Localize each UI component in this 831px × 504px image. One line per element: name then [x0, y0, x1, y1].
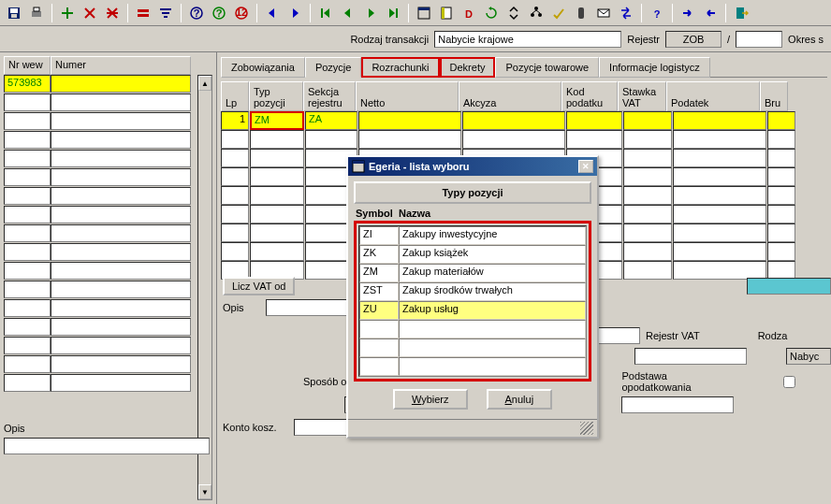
- scroll-down-icon[interactable]: ▼: [198, 484, 211, 499]
- select-button[interactable]: Wybierz: [393, 389, 468, 410]
- opis-input[interactable]: [4, 438, 210, 454]
- cut-icon[interactable]: [102, 3, 123, 23]
- pos-cell[interactable]: [250, 223, 304, 242]
- save-icon[interactable]: [4, 3, 24, 23]
- nabyte-input[interactable]: [786, 348, 831, 365]
- pos-cell[interactable]: [767, 149, 795, 167]
- col-nrwew[interactable]: Nr wew: [4, 56, 51, 75]
- numer-cell[interactable]: [51, 355, 191, 373]
- pos-col[interactable]: Stawka VAT: [618, 81, 666, 111]
- pos-cell[interactable]: [221, 205, 249, 223]
- pos-cell[interactable]: [673, 223, 766, 242]
- pos-col[interactable]: Kod podatku: [561, 81, 618, 111]
- konto-input[interactable]: [294, 419, 350, 436]
- list-item[interactable]: [359, 320, 586, 338]
- nrwew-cell[interactable]: [4, 112, 51, 130]
- pos-cell[interactable]: [566, 130, 622, 149]
- play-icon[interactable]: [360, 3, 381, 23]
- list-item[interactable]: ZMZakup materiałów: [359, 264, 586, 282]
- pos-cell[interactable]: [623, 167, 672, 186]
- pos-cell[interactable]: 1: [221, 111, 249, 130]
- first-icon[interactable]: [315, 3, 336, 23]
- sync-icon[interactable]: [503, 3, 524, 23]
- nrwew-cell[interactable]: [4, 224, 51, 242]
- tree-icon[interactable]: [526, 3, 547, 23]
- fwd-blue-icon[interactable]: [678, 3, 698, 23]
- pos-cell[interactable]: [673, 167, 766, 186]
- pos-cell[interactable]: [767, 167, 795, 186]
- pos-cell[interactable]: [221, 149, 249, 167]
- pos-col[interactable]: Sekcja rejestru: [303, 81, 356, 111]
- pos-cell[interactable]: [623, 130, 672, 149]
- pos-col[interactable]: Typ pozycji: [249, 81, 303, 111]
- pos-cell[interactable]: [358, 130, 461, 149]
- list-item[interactable]: [359, 357, 586, 376]
- pos-cell[interactable]: [767, 242, 795, 261]
- pos-col[interactable]: Netto: [356, 81, 459, 111]
- nrwew-cell[interactable]: [4, 337, 51, 354]
- pos-cell[interactable]: [623, 111, 672, 130]
- swap-icon[interactable]: [616, 3, 636, 23]
- numer-cell[interactable]: [51, 112, 191, 130]
- vat-teal-input[interactable]: [747, 278, 831, 295]
- help2-icon[interactable]: ?: [209, 3, 229, 23]
- numer-cell[interactable]: [51, 187, 191, 205]
- pos-cell[interactable]: [623, 242, 672, 261]
- numer-cell[interactable]: [51, 131, 191, 149]
- nrwew-cell[interactable]: [4, 374, 51, 392]
- exit-icon[interactable]: [731, 3, 751, 23]
- tab-pozycje[interactable]: Pozycje: [305, 57, 362, 78]
- tab-zobowiazania[interactable]: Zobowiązania: [221, 57, 305, 78]
- last-icon[interactable]: [383, 3, 403, 23]
- pos-col[interactable]: Bru: [760, 81, 788, 111]
- tab-informacje[interactable]: Informacje logistycz: [599, 57, 710, 78]
- nav-prev-icon[interactable]: [262, 3, 283, 23]
- pos-cell[interactable]: [250, 167, 304, 186]
- pos-cell[interactable]: [673, 205, 766, 223]
- pos-cell[interactable]: [673, 186, 766, 205]
- list-item[interactable]: ZKZakup książek: [359, 245, 586, 264]
- pos-cell[interactable]: [623, 186, 672, 205]
- about-icon[interactable]: ?: [647, 3, 667, 23]
- pos-col[interactable]: Lp: [221, 81, 249, 111]
- numer-cell[interactable]: [51, 94, 191, 111]
- nrwew-cell[interactable]: [4, 281, 51, 298]
- print-icon[interactable]: [26, 3, 47, 23]
- pos-cell[interactable]: [221, 242, 249, 261]
- pos-cell[interactable]: [221, 223, 249, 242]
- delete-icon[interactable]: [80, 3, 100, 23]
- rodzaj-input[interactable]: [434, 31, 621, 48]
- numer-cell[interactable]: [51, 150, 191, 167]
- numer-cell[interactable]: [51, 243, 191, 261]
- pos-cell[interactable]: [358, 111, 461, 130]
- numer-cell[interactable]: [51, 299, 191, 317]
- pos-cell[interactable]: [673, 130, 766, 149]
- numer-cell[interactable]: [51, 318, 191, 336]
- pos-cell[interactable]: [462, 111, 565, 130]
- undo-icon[interactable]: [133, 3, 153, 23]
- nrwew-cell[interactable]: [4, 299, 51, 317]
- add-icon[interactable]: [57, 3, 78, 23]
- nrwew-cell[interactable]: [4, 187, 51, 205]
- dialog-titlebar[interactable]: Egeria - lista wyboru ✕: [348, 157, 597, 176]
- close-icon[interactable]: ✕: [578, 160, 593, 173]
- nrwew-cell[interactable]: [4, 206, 51, 223]
- sign-icon[interactable]: [548, 3, 569, 23]
- back-blue-icon[interactable]: [700, 3, 721, 23]
- nav-next-icon[interactable]: [284, 3, 305, 23]
- numer-cell[interactable]: [51, 168, 191, 186]
- pos-cell[interactable]: [250, 186, 304, 205]
- resize-grip-icon[interactable]: [580, 422, 593, 435]
- checkbox-1[interactable]: [783, 376, 795, 388]
- nrwew-cell[interactable]: [4, 131, 51, 149]
- refresh-icon[interactable]: [481, 3, 502, 23]
- pos-cell[interactable]: [767, 130, 795, 149]
- numer-cell[interactable]: [51, 374, 191, 392]
- rv-input2[interactable]: [634, 348, 747, 365]
- tab-rozrachunki[interactable]: Rozrachunki: [361, 57, 439, 78]
- pos-cell[interactable]: ZM: [250, 111, 304, 130]
- podstawa-input[interactable]: [621, 396, 734, 413]
- numer-cell[interactable]: [51, 75, 191, 93]
- nrwew-cell[interactable]: [4, 318, 51, 336]
- pos-cell[interactable]: [673, 242, 766, 261]
